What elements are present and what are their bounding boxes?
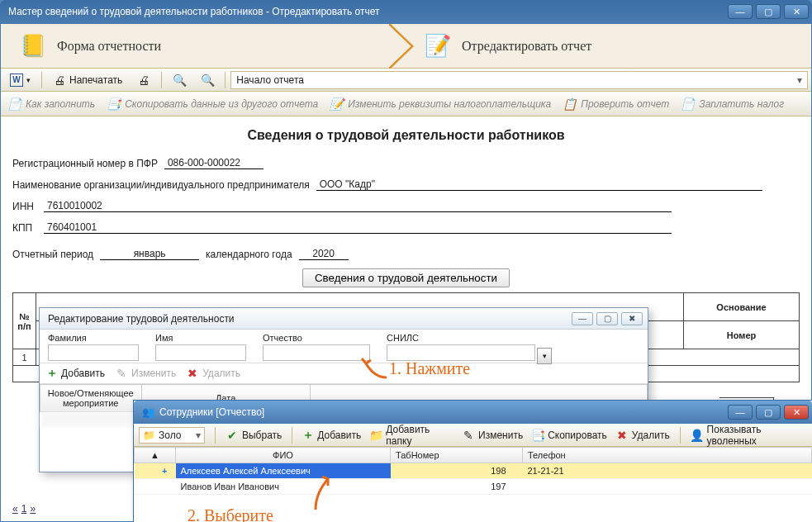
emp-fio: Алексеев Алексей Алексеевич [176, 463, 391, 479]
col-sort[interactable]: ▲ [135, 448, 176, 463]
maximize-button[interactable]: ▢ [756, 4, 781, 19]
wizard-step-form[interactable]: 📒 Форма отчетности [1, 24, 406, 68]
dlg2-add-folder-button[interactable]: 📁Добавить папку [369, 424, 453, 447]
pay-tax-button[interactable]: 📄Заплатить налог [681, 97, 784, 111]
kpp-label: КПП [12, 222, 37, 234]
lastname-input[interactable] [48, 344, 139, 361]
lastname-label: Фамилия [48, 333, 139, 343]
dlg2-copy-button[interactable]: 📑Скопировать [531, 429, 607, 442]
snils-input[interactable] [387, 344, 535, 361]
main-titlebar: Мастер сведений о трудовой деятельности … [0, 0, 812, 23]
pencil-icon: ✎ [462, 429, 475, 442]
pager-page-1[interactable]: 1 [21, 503, 27, 515]
edit-report-icon: 📝 [422, 31, 453, 62]
copy-doc-icon: 📑 [107, 97, 120, 111]
wizard-bar: 📒 Форма отчетности 📝 Отредактировать отч… [1, 24, 811, 69]
pager-next[interactable]: » [30, 503, 36, 515]
wizard-step-edit[interactable]: 📝 Отредактировать отчет [406, 24, 608, 68]
inn-label: ИНН [12, 201, 37, 212]
firstname-input[interactable] [155, 344, 246, 361]
col-tab[interactable]: ТабНомер [391, 448, 523, 463]
dlg2-add-button[interactable]: ＋Добавить [302, 428, 361, 443]
delete-icon: ✖ [186, 367, 199, 380]
dlg1-filters: Фамилия Имя Отчество СНИЛС ▾ [40, 330, 648, 363]
wizard-step1-label: Форма отчетности [57, 39, 161, 54]
help-doc-icon: 📄 [7, 97, 21, 111]
word-icon: W [10, 74, 23, 87]
print-more-button[interactable]: 🖨 [131, 71, 156, 89]
col-phone[interactable]: Телефон [523, 448, 812, 463]
dlg1-delete-button[interactable]: ✖Удалить [186, 367, 240, 380]
col-fio[interactable]: ФИО [176, 448, 391, 463]
change-taxpayer-button[interactable]: 📝Изменить реквизиты налогоплательщика [330, 97, 551, 111]
export-word-button[interactable]: W▾ [4, 71, 36, 89]
reg-field[interactable]: 086-000-000022 [164, 153, 264, 169]
firstname-label: Имя [155, 333, 246, 343]
dlg1-title: Редактирование трудовой деятельности [48, 313, 235, 325]
select-icon: ✔ [226, 429, 239, 442]
period-label: Отчетный период [12, 249, 93, 260]
middlename-input[interactable] [263, 344, 370, 361]
col-np: № п/п [13, 293, 36, 349]
dlg1-col-event[interactable]: Новое/Отменяющее мероприятие [40, 385, 142, 412]
delete-icon: ✖ [615, 429, 629, 442]
people-icon: 👥 [142, 406, 154, 418]
plus-icon: ＋ [302, 428, 314, 443]
wizard-arrow-icon [389, 24, 422, 69]
inn-field[interactable]: 7610010002 [44, 196, 672, 212]
kpp-field[interactable]: 760401001 [44, 217, 672, 234]
copy-from-report-button[interactable]: 📑Скопировать данные из другого отчета [107, 97, 318, 111]
printer-icon: 🖨 [53, 74, 66, 87]
expand-icon: + [162, 466, 167, 476]
employee-row[interactable]: + Алексеев Алексей Алексеевич 198 21-21-… [135, 463, 812, 479]
pay-icon: 📄 [681, 97, 694, 111]
window-title: Мастер сведений о трудовой деятельности … [8, 6, 379, 17]
dlg2-close[interactable]: ✕ [784, 405, 809, 420]
edit-doc-icon: 📝 [330, 97, 343, 111]
snils-picker-button[interactable]: ▾ [537, 348, 552, 364]
dlg2-titlebar: 👥 Сотрудники [Отчество] — ▢ ✕ [134, 401, 812, 424]
how-to-fill-button[interactable]: 📄Как заполнить [7, 97, 95, 111]
zoom-out-button[interactable]: 🔍 [195, 71, 220, 89]
pencil-icon: ✎ [115, 367, 128, 380]
printer2-icon: 🖨 [137, 74, 150, 87]
report-toolbar: W▾ 🖨Напечатать 🖨 🔍 🔍 Начало отчета [1, 69, 811, 92]
folder-plus-icon: 📁 [369, 429, 382, 442]
dlg2-edit-button[interactable]: ✎Изменить [462, 429, 523, 442]
print-button[interactable]: 🖨Напечатать [47, 71, 128, 89]
dlg1-minimize[interactable]: — [572, 312, 593, 325]
minimize-button[interactable]: — [728, 4, 753, 19]
dlg1-titlebar: Редактирование трудовой деятельности — ▢… [40, 308, 648, 330]
pager-prev[interactable]: « [12, 503, 18, 515]
dlg2-minimize[interactable]: — [728, 405, 753, 420]
zoom-out-icon: 🔍 [201, 74, 214, 87]
col-num: Номер [684, 321, 800, 349]
employee-row[interactable]: Иванов Иван Иванович 197 [135, 479, 812, 495]
dlg2-toolbar: Золо ✔Выбрать ＋Добавить 📁Добавить папку … [134, 424, 812, 447]
report-title: Сведения о трудовой деятельности работни… [12, 128, 800, 143]
emp-phone: 21-21-21 [523, 463, 812, 479]
dlg2-maximize[interactable]: ▢ [756, 405, 781, 420]
period-month-field[interactable]: январь [100, 244, 199, 260]
activity-details-button[interactable]: Сведения о трудовой деятельности [302, 268, 510, 287]
dlg1-add-button[interactable]: ＋Добавить [46, 366, 105, 381]
dlg1-close[interactable]: ✖ [621, 312, 643, 325]
check-report-button[interactable]: 📋Проверить отчет [563, 97, 669, 111]
emp-tab: 198 [391, 463, 523, 479]
org-field[interactable]: ООО "Кадр" [316, 174, 762, 191]
period-year-field[interactable]: 2020 [299, 244, 349, 260]
zoom-in-button[interactable]: 🔍 [167, 71, 192, 89]
dlg2-select-button[interactable]: ✔Выбрать [226, 429, 282, 442]
dlg2-delete-button[interactable]: ✖Удалить [615, 429, 670, 442]
bookmark-select[interactable]: Начало отчета [230, 71, 808, 89]
folder-select[interactable]: Золо [139, 427, 205, 444]
dlg1-maximize[interactable]: ▢ [596, 312, 618, 325]
employees-grid: ▲ ФИО ТабНомер Телефон + Алексеев Алексе… [134, 447, 812, 495]
dlg1-edit-button[interactable]: ✎Изменить [115, 367, 176, 380]
middlename-label: Отчество [263, 333, 370, 343]
dlg2-show-fired-button[interactable]: 👤Показывать уволенных [691, 424, 807, 447]
close-button[interactable]: ✕ [784, 4, 809, 19]
dlg2-title: Сотрудники [Отчество] [159, 406, 264, 418]
zoom-in-icon: 🔍 [173, 74, 186, 87]
main-client-area: 📒 Форма отчетности 📝 Отредактировать отч… [0, 23, 812, 522]
